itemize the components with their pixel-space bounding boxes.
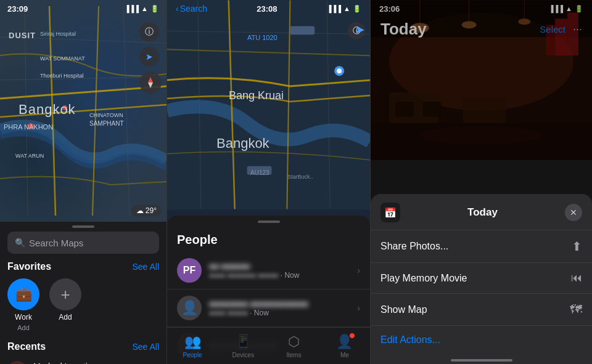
favorites-section-header: Favorites See All <box>7 261 159 272</box>
action-item-show-map[interactable]: Show Map 🗺 <box>371 294 592 326</box>
favorites-title: Favorites <box>7 261 51 272</box>
back-label: Search <box>180 4 207 14</box>
location-button[interactable]: ➤ <box>139 47 159 67</box>
location-arrow-2: ➤ <box>355 22 365 37</box>
favorites-row: 💼 Work Add + Add <box>7 278 159 331</box>
favorite-add[interactable]: + Add <box>49 278 81 331</box>
back-chevron-icon: ‹ <box>176 4 179 14</box>
action-item-play-memory[interactable]: Play Memory Movie ⏮ <box>371 263 592 294</box>
devices-tab-icon: 📱 <box>235 334 252 350</box>
status-icons-2: ▐▐▐ ▲ 🔋 <box>327 5 361 13</box>
people-title: People <box>167 227 370 252</box>
devices-tab-label: Devices <box>232 352 255 358</box>
action-title-icon: 📅 <box>380 203 400 222</box>
wifi-icon-1: ▲ <box>141 5 148 12</box>
map-background-2: ‹ Search 23:08 ▐▐▐ ▲ 🔋 ⓘ ➤ ATU 1020 Bang… <box>167 0 370 209</box>
people-tab-icon: 👥 <box>184 334 201 350</box>
home-bar <box>451 359 512 362</box>
action-overlay: 📅 Today ✕ Share Photos... ⬆ Play Memory … <box>371 0 592 364</box>
play-icon: ⏮ <box>571 272 582 285</box>
people-tab-label: People <box>183 352 202 358</box>
recent-location-icon: 📍 <box>7 361 27 364</box>
svg-point-6 <box>337 68 342 73</box>
share-icon: ⬆ <box>572 239 582 254</box>
work-label: Work <box>15 313 32 322</box>
city-label-bangkok-2: Bangkok <box>216 135 269 152</box>
battery-icon-2: 🔋 <box>353 5 361 13</box>
person-info-1: ■■■■■■■■ ■■■■■■■■■■■■ ■■■■ ■■■■■ · Now <box>209 299 350 317</box>
action-sheet: 📅 Today ✕ Share Photos... ⬆ Play Memory … <box>371 194 592 364</box>
drag-handle-1 <box>72 225 94 228</box>
district-label-phra: PHRA NAKHON <box>4 123 53 131</box>
favorite-work[interactable]: 💼 Work Add <box>7 278 39 331</box>
work-sublabel: Add <box>17 324 30 331</box>
signal-icon-2: ▐▐▐ <box>327 5 341 12</box>
work-icon: 💼 <box>7 278 39 310</box>
weather-text: ☁ 29° <box>136 206 157 215</box>
tab-devices[interactable]: 📱 Devices <box>218 334 268 358</box>
status-bar-2: ‹ Search 23:08 ▐▐▐ ▲ 🔋 <box>167 0 370 17</box>
svg-rect-3 <box>290 26 314 34</box>
person-chevron-0: › <box>357 265 360 275</box>
items-tab-icon: ⬡ <box>288 334 300 350</box>
action-sheet-header: 📅 Today ✕ <box>371 194 592 230</box>
items-tab-label: Items <box>286 352 301 358</box>
action-edit-section: Edit Actions... <box>371 326 592 354</box>
time-display-1: 23:09 <box>7 4 28 14</box>
district-label-dusit: DUSIT <box>9 31 36 40</box>
district-label-ratchawang: WAT ARUN <box>15 153 44 159</box>
recents-see-all[interactable]: See All <box>132 342 159 352</box>
person-name-0: ■■ ■■■■■■ <box>209 262 350 271</box>
calendar-icon: 📅 <box>384 207 397 219</box>
edit-actions-button[interactable]: Edit Actions... <box>380 334 440 345</box>
close-icon: ✕ <box>570 208 577 217</box>
status-bar-1: 23:09 ▐▐▐ ▲ 🔋 <box>0 0 166 17</box>
play-memory-label: Play Memory Movie <box>380 273 467 284</box>
city-label-bang-kruai: Bang Kruai <box>229 89 284 102</box>
compass-icon <box>145 77 156 88</box>
hospital-label-siriraj: Siriraj Hospital <box>40 31 76 37</box>
map-icon: 🗺 <box>570 302 582 317</box>
place-label-starbucks: StarBuck.. <box>287 174 313 180</box>
person-addr-0: ■■■■ ■■■■■■■ ■■■■■ <box>209 272 278 279</box>
show-map-label: Show Map <box>380 304 427 315</box>
search-icon: 🔍 <box>15 238 25 248</box>
wifi-icon-2: ▲ <box>343 5 350 12</box>
recents-title: Recents <box>7 341 46 352</box>
time-display-2: 23:08 <box>257 4 277 14</box>
me-badge-dot <box>349 333 355 339</box>
recents-section-header: Recents See All <box>7 341 159 352</box>
compass-button[interactable] <box>139 71 162 94</box>
tab-me[interactable]: 👤 Me <box>319 334 370 358</box>
search-placeholder: Search Maps <box>29 238 83 248</box>
bottom-tabs: 👥 People 📱 Devices ⬡ Items 👤 Me <box>167 327 370 364</box>
tab-people[interactable]: 👥 People <box>167 334 218 358</box>
person-item-0[interactable]: PF ■■ ■■■■■■ ■■■■ ■■■■■■■ ■■■■■ · Now › <box>167 252 370 289</box>
person-item-1[interactable]: 👤 ■■■■■■■■ ■■■■■■■■■■■■ ■■■■ ■■■■■ · Now… <box>167 289 370 327</box>
district-label-samphant: SAMPHANT <box>89 120 124 127</box>
person-name-1: ■■■■■■■■ ■■■■■■■■■■■■ <box>209 299 350 309</box>
close-button[interactable]: ✕ <box>565 204 582 221</box>
recent-name-0: Marked Location <box>33 362 147 364</box>
action-item-share[interactable]: Share Photos... ⬆ <box>371 230 592 263</box>
favorites-see-all[interactable]: See All <box>132 262 159 272</box>
drag-handle-2 <box>258 220 280 223</box>
info-button[interactable]: ⓘ <box>139 22 159 42</box>
share-photos-label: Share Photos... <box>380 241 448 252</box>
search-bar[interactable]: 🔍 Search Maps <box>7 232 159 254</box>
compass-north <box>148 77 153 83</box>
add-label: Add <box>59 313 72 322</box>
avatar-pf: PF <box>177 258 202 283</box>
person-info-0: ■■ ■■■■■■ ■■■■ ■■■■■■■ ■■■■■ · Now <box>209 262 350 280</box>
road-label-au123: AU123 <box>250 169 269 176</box>
district-label-chinatown: CHINATOWN <box>89 112 123 118</box>
findmy-panel: ‹ Search 23:08 ▐▐▐ ▲ 🔋 ⓘ ➤ ATU 1020 Bang… <box>166 0 370 364</box>
weather-badge: ☁ 29° <box>131 204 162 217</box>
status-icons-1: ▐▐▐ ▲ 🔋 <box>125 5 159 13</box>
me-tab-label: Me <box>340 352 349 358</box>
tab-items[interactable]: ⬡ Items <box>269 334 319 358</box>
compass-south <box>148 83 153 88</box>
map-controls-1: ⓘ ➤ <box>139 22 162 94</box>
back-button[interactable]: ‹ Search <box>176 4 207 14</box>
recent-item-0[interactable]: 📍 Marked Location 6/6 Soi Sukhumvit 49/1… <box>7 357 159 364</box>
